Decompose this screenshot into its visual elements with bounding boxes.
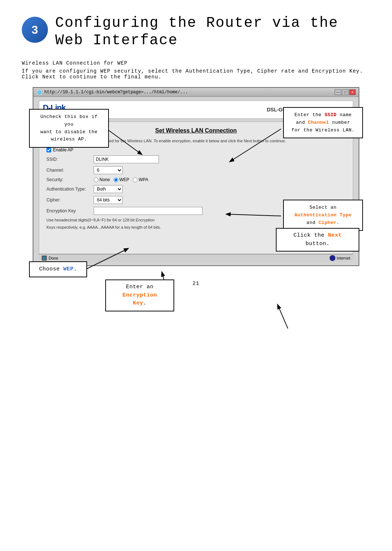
maximize-label: □ — [344, 90, 346, 94]
channel-label: Channel: — [46, 168, 94, 173]
security-none-radio[interactable] — [94, 177, 98, 182]
channel-highlight: Channel — [308, 120, 329, 125]
browser-titlebar: 🌐 http://10.1.1.1/cgi-bin/webcm?getpage=… — [33, 88, 359, 97]
security-wep-radio[interactable] — [114, 177, 118, 182]
callout-uncheck: Uncheck this box if youwant to disable t… — [29, 109, 109, 148]
ssid-row: SSID: — [46, 155, 346, 163]
section-subtitle: Wireless LAN Connection for WEP — [22, 60, 370, 66]
ssid-label: SSID: — [46, 157, 94, 162]
callout-ssid-text: Enter the SSID name and Channel number f… — [291, 112, 355, 133]
security-none-item[interactable]: None — [94, 177, 110, 182]
callout-wep-text: Choose WEP. — [39, 266, 77, 272]
page-number-text: 21 — [193, 281, 200, 286]
main-content-wrapper: 🌐 http://10.1.1.1/cgi-bin/webcm?getpage=… — [33, 87, 359, 266]
status-page-icon: 🌐 — [42, 256, 47, 261]
cipher-highlight: Cipher — [319, 220, 337, 225]
auth-row: Authentication Type: Both — [46, 185, 346, 193]
browser-buttons[interactable]: — □ ✕ — [335, 89, 356, 95]
callout-uncheck-text: Uncheck this box if youwant to disable t… — [40, 114, 98, 142]
description-section: Wireless LAN Connection for WEP If you a… — [22, 60, 370, 80]
callout-next-text: Click the Next button. — [293, 232, 342, 247]
wep-highlight: WEP — [63, 266, 74, 272]
ssid-highlight: SSID — [324, 112, 336, 118]
security-none-label: None — [99, 177, 110, 182]
auth-select[interactable]: Both — [94, 185, 123, 193]
next-highlight: Next — [328, 232, 342, 238]
status-left: 🌐 Done — [42, 256, 58, 261]
security-wpa-label: WPA — [139, 177, 148, 182]
browser-url-area: 🌐 http://10.1.1.1/cgi-bin/webcm?getpage=… — [36, 89, 188, 95]
title-line2: Web Interface — [55, 32, 178, 49]
security-radio-group: None WEP WPA — [94, 177, 148, 182]
auth-type-highlight: Authentication Type — [294, 212, 352, 218]
enable-ap-label: Enable AP — [53, 147, 73, 152]
callout-encryption-text: Enter an EncryptionKey. — [122, 284, 157, 306]
browser-minimize-button[interactable]: — — [335, 89, 341, 95]
callout-next: Click the Next button. — [276, 228, 359, 252]
browser-url-text: http://10.1.1.1/cgi-bin/webcm?getpage=..… — [44, 90, 188, 95]
callout-wep: Choose WEP. — [29, 261, 87, 277]
security-wep-label: WEP — [119, 177, 129, 182]
title-line1: Configuring the Router via the — [55, 15, 338, 31]
title-block: Configuring the Router via the Web Inter… — [55, 15, 338, 49]
channel-select[interactable]: 6 — [94, 166, 123, 174]
cipher-select[interactable]: 64 bits — [94, 196, 123, 204]
ssid-input[interactable] — [94, 155, 159, 163]
channel-row: Channel: 6 — [46, 166, 346, 174]
security-row: Security: None WEP — [46, 177, 346, 182]
status-right: Internet — [330, 255, 350, 261]
callout-ssid: Enter the SSID name and Channel number f… — [283, 107, 363, 138]
security-wpa-radio[interactable] — [133, 177, 138, 182]
header-section: 3 Configuring the Router via the Web Int… — [22, 15, 370, 49]
minimize-label: — — [336, 90, 340, 94]
chapter-number: 3 — [32, 23, 38, 37]
section-body: If you are configuring WEP security, sel… — [22, 68, 370, 80]
enc-key-input[interactable] — [94, 207, 203, 215]
enc-key-label: Encryption Key — [46, 208, 94, 213]
svg-line-5 — [278, 305, 288, 328]
callout-auth-text: Select an Authentication Type and Cipher… — [294, 205, 352, 225]
enc-key-highlight: EncryptionKey — [122, 292, 157, 307]
security-label: Security: — [46, 177, 94, 182]
security-wpa-item[interactable]: WPA — [133, 177, 148, 182]
callout-encryption: Enter an EncryptionKey. — [105, 279, 174, 311]
browser-statusbar: 🌐 Done Internet — [39, 254, 353, 262]
internet-globe-icon — [330, 255, 335, 261]
enable-ap-checkbox[interactable] — [46, 148, 51, 152]
page-number: 21 — [22, 281, 370, 286]
status-done-text: Done — [49, 256, 58, 260]
page-title: Configuring the Router via the Web Inter… — [55, 15, 338, 49]
auth-label: Authentication Type: — [46, 187, 94, 192]
page-container: 3 Configuring the Router via the Web Int… — [0, 0, 392, 301]
browser-maximize-button[interactable]: □ — [342, 89, 348, 95]
browser-close-button[interactable]: ✕ — [349, 89, 356, 95]
browser-favicon: 🌐 — [36, 89, 42, 95]
enable-ap-row: Enable AP — [46, 147, 346, 152]
security-wep-item[interactable]: WEP — [114, 177, 129, 182]
chapter-icon: 3 — [22, 17, 48, 43]
callout-auth: Select an Authentication Type and Cipher… — [283, 200, 363, 231]
cipher-label: Cipher: — [46, 197, 94, 203]
status-internet-text: Internet — [337, 256, 350, 260]
close-label: ✕ — [351, 90, 354, 94]
